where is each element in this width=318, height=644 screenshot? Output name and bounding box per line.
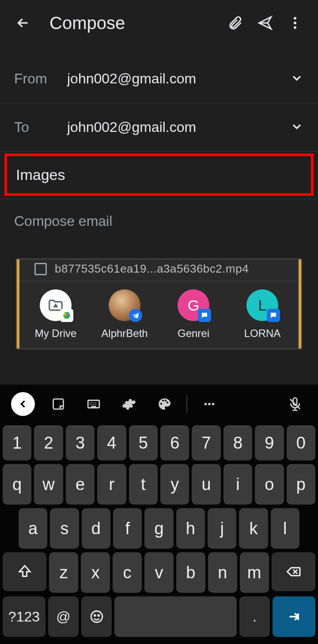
symbols-key[interactable]: ?123 <box>3 596 45 637</box>
key-m[interactable]: m <box>240 552 269 593</box>
subject-value: Images <box>16 166 65 183</box>
key-y[interactable]: y <box>160 464 189 505</box>
key-p[interactable]: p <box>287 464 315 505</box>
sticker-icon[interactable] <box>42 388 74 420</box>
share-target-label: AlphrBeth <box>101 327 148 340</box>
gear-icon[interactable] <box>113 388 145 420</box>
chevron-down-icon <box>290 120 304 135</box>
at-key[interactable]: @ <box>48 596 79 637</box>
divider <box>186 395 187 413</box>
compose-topbar: Compose <box>0 0 318 46</box>
keyboard-collapse-button[interactable] <box>7 388 39 420</box>
shift-key[interactable] <box>3 552 46 591</box>
attachment-header: b877535c61ea19...a3a5636bc2.mp4 <box>17 259 301 281</box>
emoji-key[interactable] <box>81 596 112 637</box>
key-v[interactable]: v <box>144 552 174 593</box>
from-value: john002@gmail.com <box>67 71 290 87</box>
from-label: From <box>14 71 49 87</box>
key-j[interactable]: j <box>208 508 236 549</box>
key-7[interactable]: 7 <box>192 425 220 461</box>
key-f[interactable]: f <box>113 508 142 549</box>
key-0[interactable]: 0 <box>287 425 315 461</box>
to-field[interactable]: To john002@gmail.com <box>0 103 318 152</box>
share-target[interactable]: LLORNA <box>231 289 293 340</box>
share-target[interactable]: My Drive <box>25 289 87 340</box>
svg-point-10 <box>98 615 99 616</box>
key-a[interactable]: a <box>19 508 47 549</box>
period-key[interactable]: . <box>239 596 270 637</box>
keyboard-icon[interactable] <box>78 388 110 420</box>
key-u[interactable]: u <box>192 464 220 505</box>
key-8[interactable]: 8 <box>223 425 252 461</box>
more-icon[interactable] <box>193 388 225 420</box>
key-t[interactable]: t <box>129 464 158 505</box>
key-o[interactable]: o <box>255 464 284 505</box>
svg-rect-3 <box>53 399 64 409</box>
on-screen-keyboard: 1234567890 qwertyuiop asdfghjkl zxcvbnm … <box>0 385 318 644</box>
key-d[interactable]: d <box>82 508 110 549</box>
send-button[interactable] <box>254 12 276 34</box>
key-b[interactable]: b <box>176 552 205 593</box>
share-target-label: LORNA <box>244 327 281 340</box>
space-key[interactable] <box>114 596 237 637</box>
key-w[interactable]: w <box>34 464 63 505</box>
key-e[interactable]: e <box>66 464 95 505</box>
key-3[interactable]: 3 <box>66 425 95 461</box>
key-i[interactable]: i <box>223 464 252 505</box>
svg-point-0 <box>294 17 296 20</box>
key-6[interactable]: 6 <box>160 425 189 461</box>
keyboard-toolbar <box>0 385 318 423</box>
key-g[interactable]: g <box>144 508 173 549</box>
share-target-label: Genrei <box>178 327 209 340</box>
to-value: john002@gmail.com <box>67 119 290 135</box>
svg-point-7 <box>212 403 215 405</box>
share-target[interactable]: GGenrei <box>163 289 224 340</box>
key-n[interactable]: n <box>208 552 237 593</box>
to-label: To <box>14 119 49 135</box>
back-button[interactable] <box>12 12 34 34</box>
from-field[interactable]: From john002@gmail.com <box>0 55 318 103</box>
chevron-down-icon <box>290 71 304 87</box>
attachment-preview: b877535c61ea19...a3a5636bc2.mp4 My Drive… <box>16 258 302 349</box>
attach-button[interactable] <box>224 12 246 34</box>
key-4[interactable]: 4 <box>97 425 126 461</box>
page-title: Compose <box>49 13 216 33</box>
key-9[interactable]: 9 <box>255 425 284 461</box>
attachment-filename: b877535c61ea19...a3a5636bc2.mp4 <box>55 262 249 276</box>
key-l[interactable]: l <box>271 508 299 549</box>
svg-point-5 <box>204 403 207 405</box>
svg-point-6 <box>208 403 211 405</box>
attachment-checkbox[interactable] <box>34 263 47 275</box>
mic-off-icon[interactable] <box>279 388 311 420</box>
overflow-menu-button[interactable] <box>284 12 306 34</box>
key-s[interactable]: s <box>50 508 79 549</box>
key-c[interactable]: c <box>113 552 142 593</box>
svg-point-1 <box>294 22 296 24</box>
svg-point-8 <box>91 611 102 622</box>
share-target-label: My Drive <box>35 327 77 340</box>
share-target[interactable]: AlphrBeth <box>94 289 155 340</box>
email-body-input[interactable]: Compose email <box>0 199 318 243</box>
subject-field[interactable]: Images <box>4 154 314 196</box>
key-k[interactable]: k <box>239 508 268 549</box>
key-1[interactable]: 1 <box>3 425 31 461</box>
palette-icon[interactable] <box>148 388 180 420</box>
backspace-key[interactable] <box>272 552 315 591</box>
key-z[interactable]: z <box>49 552 78 593</box>
key-2[interactable]: 2 <box>34 425 63 461</box>
svg-point-2 <box>294 26 296 29</box>
key-h[interactable]: h <box>176 508 205 549</box>
svg-point-9 <box>94 615 95 616</box>
key-5[interactable]: 5 <box>129 425 158 461</box>
key-r[interactable]: r <box>97 464 126 505</box>
enter-key[interactable] <box>273 596 315 637</box>
key-x[interactable]: x <box>81 552 110 593</box>
key-q[interactable]: q <box>3 464 31 505</box>
